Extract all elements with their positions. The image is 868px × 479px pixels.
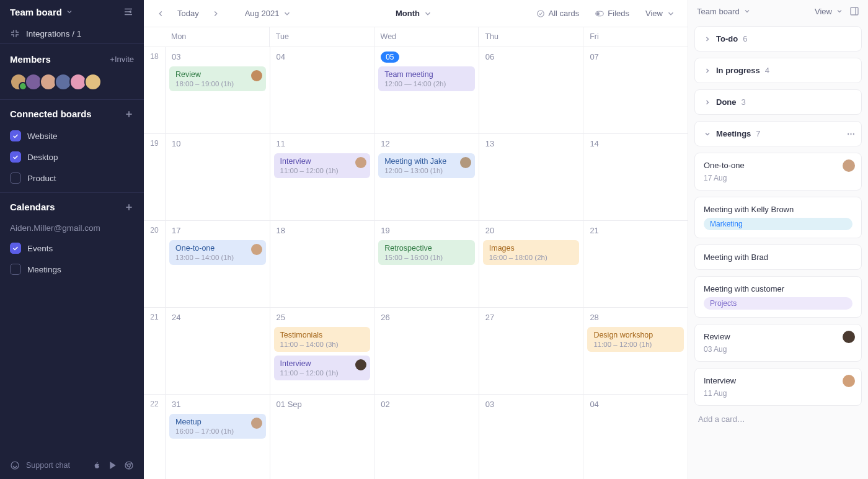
day-cell[interactable]: 07 xyxy=(583,47,688,133)
collapse-icon[interactable] xyxy=(123,6,134,17)
day-cell[interactable]: 01 Sep xyxy=(270,395,374,479)
calendar-event[interactable]: Team meeting12:00 — 14:00 (2h) xyxy=(378,66,475,91)
checkbox[interactable] xyxy=(10,243,21,254)
day-number: 31 xyxy=(169,398,266,410)
day-cell[interactable]: 18 xyxy=(270,221,374,307)
day-cell[interactable]: 28Design workshop11:00 – 12:00 (1h) xyxy=(583,308,688,394)
calendar-item[interactable]: Meetings xyxy=(0,259,144,280)
day-cell[interactable]: 20Images16:00 – 18:00 (2h) xyxy=(479,221,583,307)
card[interactable]: Meeting with Kelly BrownMarketing xyxy=(694,197,862,238)
group-count: 3 xyxy=(742,97,746,107)
day-cell[interactable]: 31Meetup16:00 – 17:00 (1h) xyxy=(165,395,270,479)
day-cell[interactable]: 21 xyxy=(583,221,688,307)
day-cell[interactable]: 06 xyxy=(479,47,583,133)
group-label: In progress xyxy=(716,66,760,75)
group-header[interactable]: To-do6 xyxy=(694,26,862,51)
day-cell[interactable]: 25Testimonials11:00 – 14:00 (3h)Intervie… xyxy=(270,308,374,394)
day-cell[interactable]: 04 xyxy=(270,47,374,133)
card-avatar xyxy=(843,375,855,387)
weekday-label: Wed xyxy=(374,27,479,47)
calendar-event[interactable]: Meetup16:00 – 17:00 (1h) xyxy=(169,414,266,439)
calendar-event[interactable]: Interview11:00 – 12:00 (1h) xyxy=(274,153,371,178)
calendar-event[interactable]: Interview11:00 – 12:00 (1h) xyxy=(274,356,371,380)
event-title: Interview xyxy=(280,157,365,166)
day-cell[interactable]: 14 xyxy=(583,134,688,220)
check-circle-icon xyxy=(536,9,545,18)
board-item[interactable]: Desktop xyxy=(0,146,144,168)
card-avatar xyxy=(843,159,855,172)
view-unit-picker[interactable]: Month xyxy=(392,6,436,20)
calendar-event[interactable]: Review18:00 – 19:00 (1h) xyxy=(169,66,266,91)
calendar-event[interactable]: Images16:00 – 18:00 (2h) xyxy=(483,240,580,265)
card-avatar xyxy=(843,331,855,343)
day-cell[interactable]: 19Retrospective15:00 – 16:00 (1h) xyxy=(374,221,479,307)
card-title: Meeting with customer xyxy=(704,284,852,293)
day-cell[interactable]: 11Interview11:00 – 12:00 (1h) xyxy=(270,134,374,220)
day-number: 03 xyxy=(169,51,266,63)
play-icon[interactable] xyxy=(108,460,118,470)
month-picker[interactable]: Aug 2021 xyxy=(241,6,296,20)
fields-toggle[interactable]: Fileds xyxy=(591,6,633,20)
checkbox[interactable] xyxy=(10,264,21,275)
panel-board-switcher[interactable]: Team board xyxy=(697,7,751,16)
add-calendar-icon[interactable] xyxy=(124,202,134,212)
day-cell[interactable]: 10 xyxy=(165,134,270,220)
support-chat-link[interactable]: Support chat xyxy=(26,461,70,470)
board-item[interactable]: Product xyxy=(0,168,144,189)
view-picker[interactable]: View xyxy=(642,6,679,20)
panel-view-picker[interactable]: View xyxy=(815,7,843,16)
day-cell[interactable]: 13 xyxy=(479,134,583,220)
calendar-event[interactable]: Design workshop11:00 – 12:00 (1h) xyxy=(587,327,684,352)
calendar-event[interactable]: Meeting with Jake12:00 – 13:00 (1h) xyxy=(378,153,475,178)
card[interactable]: Interview11 Aug xyxy=(694,368,862,406)
day-cell[interactable]: 27 xyxy=(479,308,583,394)
event-title: Design workshop xyxy=(593,331,678,339)
day-cell[interactable]: 03 xyxy=(479,395,583,479)
day-cell[interactable]: 12Meeting with Jake12:00 – 13:00 (1h) xyxy=(374,134,479,220)
checkbox[interactable] xyxy=(10,130,21,141)
card[interactable]: One-to-one17 Aug xyxy=(694,153,862,190)
expand-panel-icon[interactable] xyxy=(849,6,859,16)
checkbox[interactable] xyxy=(10,172,21,184)
chrome-icon[interactable] xyxy=(124,460,134,470)
today-button[interactable]: Today xyxy=(174,6,203,20)
integrations-link[interactable]: Integrations / 1 xyxy=(0,24,144,43)
prev-button[interactable] xyxy=(153,7,169,20)
calendars-heading: Calendars xyxy=(10,202,55,212)
chat-icon[interactable] xyxy=(10,460,20,470)
group-count: 7 xyxy=(756,129,760,138)
board-item[interactable]: Website xyxy=(0,125,144,146)
calendar-item[interactable]: Events xyxy=(0,238,144,259)
week-row: 212425Testimonials11:00 – 14:00 (3h)Inte… xyxy=(144,308,688,395)
day-cell[interactable]: 04 xyxy=(583,395,688,479)
week-number: 18 xyxy=(144,47,165,133)
invite-button[interactable]: +Invite xyxy=(110,55,134,64)
member-avatar[interactable] xyxy=(84,73,102,91)
add-board-icon[interactable] xyxy=(124,109,134,119)
apple-icon[interactable] xyxy=(92,460,102,470)
group-header[interactable]: In progress4 xyxy=(694,58,862,83)
more-icon[interactable]: ⋯ xyxy=(847,129,855,138)
card-title: Meeting with Kelly Brown xyxy=(704,205,852,214)
board-switcher[interactable]: Team board xyxy=(0,0,144,24)
card[interactable]: Meeting with customerProjects xyxy=(694,276,862,318)
day-cell[interactable]: 03Review18:00 – 19:00 (1h) xyxy=(165,47,270,133)
day-cell[interactable]: 05Team meeting12:00 — 14:00 (2h) xyxy=(374,47,479,133)
card[interactable]: Review03 Aug xyxy=(694,324,862,362)
calendar-event[interactable]: Retrospective15:00 – 16:00 (1h) xyxy=(378,240,475,265)
event-time: 12:00 – 13:00 (1h) xyxy=(384,167,469,174)
checkbox[interactable] xyxy=(10,151,21,163)
day-cell[interactable]: 02 xyxy=(374,395,479,479)
day-cell[interactable]: 17One-to-one13:00 – 14:00 (1h) xyxy=(165,221,270,307)
calendar-event[interactable]: One-to-one13:00 – 14:00 (1h) xyxy=(169,240,266,265)
day-cell[interactable]: 26 xyxy=(374,308,479,394)
calendar-event[interactable]: Testimonials11:00 – 14:00 (3h) xyxy=(274,327,371,352)
all-cards-filter[interactable]: All cards xyxy=(533,6,583,20)
next-button[interactable] xyxy=(208,7,224,20)
group-header[interactable]: Done3 xyxy=(694,89,862,115)
add-card-button[interactable]: Add a card… xyxy=(694,412,862,426)
chevron-right-icon xyxy=(704,35,711,43)
day-cell[interactable]: 24 xyxy=(165,308,270,394)
card[interactable]: Meeting with Brad xyxy=(694,244,862,270)
group-header[interactable]: Meetings7⋯ xyxy=(694,121,862,146)
